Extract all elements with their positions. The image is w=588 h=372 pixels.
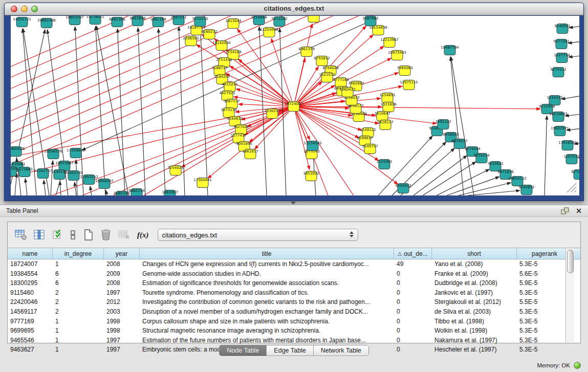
cell: 1 <box>53 336 104 345</box>
table-row[interactable]: 1830029562008Estimation of significance … <box>8 278 580 288</box>
node-label: 1853002 <box>303 171 319 176</box>
node-label: 12975115 <box>400 80 418 84</box>
cell: 14569117 <box>8 307 53 317</box>
node-label: 2206583 <box>183 36 199 40</box>
column-header-name[interactable]: name <box>8 248 53 259</box>
network-canvas[interactable]: 1872400723302171618770491602122206583181… <box>11 16 579 195</box>
float-panel-icon[interactable] <box>561 207 570 215</box>
cell: 19384554 <box>8 269 53 279</box>
tab-network-table[interactable]: Network Table <box>314 345 368 356</box>
edge <box>44 180 46 195</box>
node-label: 12342757 <box>34 169 52 173</box>
column-header-out_de[interactable]: △out_de... <box>394 248 432 259</box>
table-row[interactable]: 1456911722003Disruption of a novel membe… <box>8 307 580 317</box>
table-row[interactable]: 946554611997Estimation of the future num… <box>8 336 580 345</box>
edge <box>569 56 579 57</box>
scrollbar-thumb[interactable] <box>567 250 574 273</box>
edge <box>25 179 27 195</box>
tab-node-table[interactable]: Node Table <box>220 345 267 356</box>
rows-icon[interactable] <box>70 228 77 242</box>
delete-icon[interactable] <box>100 228 112 242</box>
close-panel-icon[interactable]: ✕ <box>576 207 582 214</box>
table-row[interactable]: 977716911998Corpus callosum shape and si… <box>8 317 580 326</box>
cell: 9465546 <box>8 336 53 345</box>
column-header-short[interactable]: short <box>432 248 517 259</box>
node-label: 9755812 <box>314 56 330 60</box>
node-label: 7462662 <box>348 81 364 85</box>
node-label: 9274122 <box>550 68 566 72</box>
status-bar: Memory: OK <box>537 362 581 369</box>
show-column-icon[interactable] <box>34 228 45 242</box>
table-row[interactable]: 2242004622012Investigating the contribut… <box>8 297 580 307</box>
network-graph: 1872400723302171618770491602122206583181… <box>11 16 579 195</box>
node-label: 20206576 <box>44 149 62 154</box>
table-row[interactable]: 1872400712008Changes of HCN gene express… <box>8 259 580 269</box>
table-row[interactable]: 911546021997Tourette syndrome. Phenomeno… <box>8 288 580 298</box>
function-builder-icon[interactable]: f(x) <box>137 228 149 242</box>
cell: Stergiakouli et al. (2012) <box>432 297 517 307</box>
node-label: 6461366 <box>109 17 125 21</box>
node-label: 1060427 <box>339 87 355 92</box>
citation-edge <box>11 16 333 155</box>
node-label: 8471676 <box>497 170 514 174</box>
node-label: 20691406 <box>37 18 56 23</box>
cell: Yano et al. (2008) <box>432 259 517 269</box>
table-settings-icon[interactable] <box>15 228 27 242</box>
cell: 5.6E-5 <box>517 269 573 279</box>
cell: Nakamura et al. (1997) <box>432 336 517 345</box>
cell: 18300295 <box>8 278 53 288</box>
node-label: 15276021 <box>86 16 104 19</box>
cell: 2008 <box>104 278 140 288</box>
citation-edge <box>299 107 379 123</box>
node-label: 13505135 <box>64 171 83 175</box>
node-table: namein_degreeyeartitle△out_de...shortpag… <box>8 248 580 343</box>
table-row[interactable]: 969969511998Structural magnetic resonanc… <box>8 326 580 336</box>
node-label: 9474444 <box>464 147 481 151</box>
node-label: 9063848 <box>129 16 145 20</box>
cell: Estimation of significance thresholds fo… <box>140 278 394 288</box>
node-label: 6772022 <box>571 170 579 174</box>
column-header-pagerank[interactable]: pagerank <box>517 248 573 259</box>
node-label: 1673134 <box>221 108 237 112</box>
cell: 6 <box>53 278 104 288</box>
cell: 0 <box>394 269 432 279</box>
graph-window: citations_edges.txt 18724007233021716187… <box>4 3 584 201</box>
node-label: 8183044 <box>306 16 322 17</box>
tab-group: Node TableEdge TableNetwork Table <box>219 345 368 356</box>
cell: 0 <box>394 297 432 307</box>
cell: 1 <box>53 259 104 269</box>
node-label: 3186717 <box>211 66 227 70</box>
resize-grip-icon[interactable] <box>566 182 577 193</box>
table-browser: f(x)citations_edges.txt namein_degreeyea… <box>7 222 581 343</box>
node-label: 17304441 <box>193 178 212 182</box>
table-header-row: namein_degreeyeartitle△out_de...shortpag… <box>8 248 580 259</box>
cell: 5.3E-5 <box>517 317 573 326</box>
node-label: 9882154 <box>128 189 145 193</box>
vertical-scrollbar[interactable] <box>565 248 574 342</box>
cell: 2003 <box>104 307 140 317</box>
column-header-year[interactable]: year <box>104 248 140 259</box>
table-row[interactable]: 1938455462009Genome-wide association stu… <box>8 269 580 279</box>
node-label: 4415241 <box>222 82 237 86</box>
edge <box>423 162 476 195</box>
window-titlebar[interactable]: citations_edges.txt <box>5 3 583 15</box>
tab-edge-table[interactable]: Edge Table <box>267 345 313 356</box>
column-header-in_degree[interactable]: in_degree <box>53 248 104 259</box>
sort-asc-icon: △ <box>398 251 402 256</box>
cell: 1998 <box>104 317 140 326</box>
cell: 0 <box>394 326 432 336</box>
node-label: 11254946 <box>260 28 278 32</box>
panel-title: Table Panel <box>6 207 38 214</box>
cell: 9777169 <box>8 317 53 326</box>
node-label: 1861168 <box>150 17 166 21</box>
node-label: 2087251 <box>170 16 186 19</box>
select-columns-icon[interactable] <box>52 228 63 242</box>
table-select-combobox[interactable]: citations_edges.txt <box>158 229 358 241</box>
cell: 0 <box>394 336 432 345</box>
node-label: 17957253 <box>80 175 98 179</box>
cell: 5.3E-5 <box>517 307 573 317</box>
cell: Wolkin et al. (1998) <box>432 326 517 336</box>
new-file-icon[interactable] <box>83 228 94 242</box>
column-header-title[interactable]: title <box>140 248 394 259</box>
node-label: 1227734 <box>554 53 570 57</box>
